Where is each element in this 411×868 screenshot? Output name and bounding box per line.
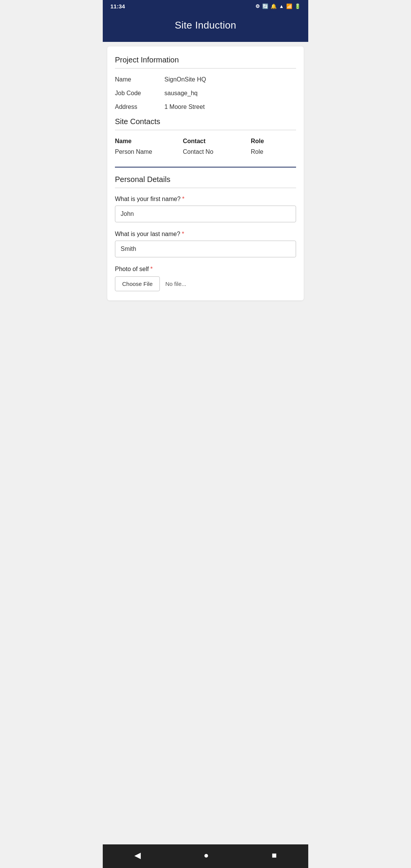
project-jobcode-label: Job Code (115, 90, 164, 97)
contact-role-value: Role (251, 148, 296, 155)
project-address-value: 1 Moore Street (164, 104, 205, 110)
photo-label: Photo of self* (115, 266, 296, 273)
photo-field-group: Photo of self* Choose File No file... (115, 266, 296, 291)
project-address-row: Address 1 Moore Street (115, 104, 296, 110)
page-header: Site Induction (103, 13, 308, 42)
settings-icon: ⚙ (255, 3, 260, 9)
section-divider (115, 167, 296, 168)
project-name-row: Name SignOnSite HQ (115, 76, 296, 83)
contacts-table-header: Name Contact Role (115, 138, 296, 145)
battery-icon: 🔋 (295, 3, 301, 9)
contacts-table-row: Person Name Contact No Role (115, 148, 296, 155)
last-name-group: What is your last name?* (115, 231, 296, 257)
rotation-icon: 🔄 (262, 3, 268, 9)
project-info-card: Project Information Name SignOnSite HQ J… (107, 46, 304, 300)
page-title: Site Induction (110, 19, 301, 31)
no-file-text: No file... (166, 281, 186, 287)
choose-file-button[interactable]: Choose File (115, 276, 160, 291)
status-time: 11:34 (110, 3, 125, 10)
contact-contact-value: Contact No (183, 148, 251, 155)
contacts-col-role: Role (251, 138, 296, 145)
notification-icon: 🔔 (271, 3, 277, 9)
project-jobcode-row: Job Code sausage_hq (115, 90, 296, 97)
site-contacts-title: Site Contacts (115, 117, 296, 130)
last-name-label: What is your last name?* (115, 231, 296, 238)
first-name-required: * (182, 196, 185, 202)
first-name-label: What is your first name?* (115, 196, 296, 203)
project-address-label: Address (115, 104, 164, 110)
file-input-row: Choose File No file... (115, 276, 296, 291)
project-name-label: Name (115, 76, 164, 83)
status-icons: ⚙ 🔄 🔔 ▲ 📶 🔋 (255, 3, 301, 9)
project-jobcode-value: sausage_hq (164, 90, 198, 97)
personal-details-title: Personal Details (115, 175, 296, 188)
signal-icon: 📶 (286, 3, 292, 9)
last-name-required: * (182, 231, 184, 237)
contacts-col-contact: Contact (183, 138, 251, 145)
contacts-col-name: Name (115, 138, 183, 145)
first-name-group: What is your first name?* (115, 196, 296, 222)
photo-required: * (150, 266, 153, 272)
status-bar: 11:34 ⚙ 🔄 🔔 ▲ 📶 🔋 (103, 0, 308, 13)
first-name-input[interactable] (115, 206, 296, 222)
project-info-title: Project Information (115, 56, 296, 69)
contact-name-value: Person Name (115, 148, 183, 155)
project-name-value: SignOnSite HQ (164, 76, 206, 83)
wifi-icon: ▲ (279, 3, 284, 9)
last-name-input[interactable] (115, 241, 296, 257)
